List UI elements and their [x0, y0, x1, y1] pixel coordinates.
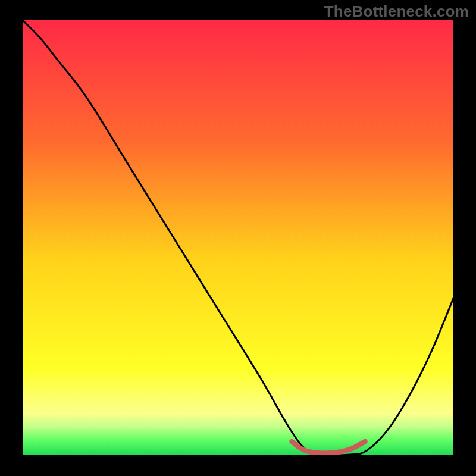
plot-background	[23, 20, 453, 455]
watermark-text: TheBottleneck.com	[324, 2, 469, 21]
bottleneck-chart	[0, 0, 476, 476]
